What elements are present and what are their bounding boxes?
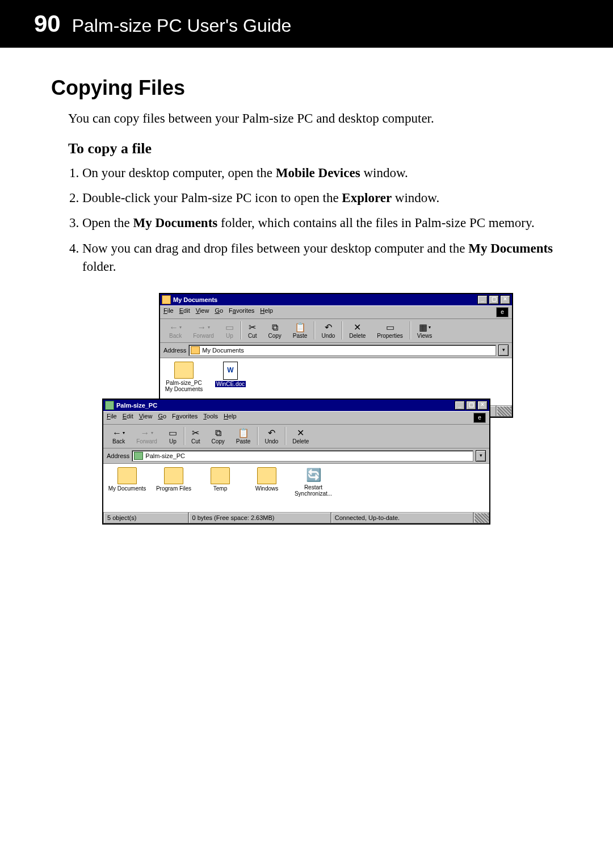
throbber-icon: e (473, 413, 486, 423)
views-button[interactable]: ▦▾Views (412, 321, 438, 340)
throbber-icon: e (496, 307, 509, 317)
titlebar[interactable]: My Documents _ ▢ × (160, 294, 512, 305)
minimize-button[interactable]: _ (455, 401, 465, 410)
undo-button[interactable]: ↶Undo (259, 427, 284, 446)
address-input[interactable]: Palm-size_PC (132, 450, 473, 462)
forward-button[interactable]: →▾Forward (187, 321, 220, 340)
back-button[interactable]: ←▾Back (107, 427, 131, 446)
menu-go[interactable]: Go (215, 307, 223, 317)
up-label: Up (226, 333, 233, 339)
undo-label: Undo (264, 438, 278, 445)
undo-button[interactable]: ↶Undo (316, 321, 341, 340)
cut-button[interactable]: ✂Cut (186, 427, 206, 446)
menu-go[interactable]: Go (158, 413, 166, 423)
copy-label: Copy (268, 333, 281, 339)
sync-icon: 🔄 (304, 467, 322, 483)
cut-button[interactable]: ✂Cut (242, 321, 263, 340)
cut-icon: ✂ (192, 428, 199, 438)
menu-edit[interactable]: Edit (123, 413, 133, 423)
undo-icon: ↶ (325, 322, 332, 333)
file-view[interactable]: My Documents Program Files Temp Windows (103, 464, 489, 511)
toolbar-separator (241, 321, 241, 339)
delete-button[interactable]: ✕Delete (287, 427, 314, 446)
steps-list: On your desktop computer, open the Mobil… (68, 164, 562, 276)
up-button[interactable]: ▭Up (163, 427, 183, 446)
menu-help[interactable]: Help (224, 413, 237, 423)
figure-stack: My Documents _ ▢ × File Edit View Go Fav… (102, 293, 511, 554)
delete-button[interactable]: ✕Delete (343, 321, 371, 340)
file-item-folder[interactable]: Windows (247, 467, 286, 492)
titlebar[interactable]: Palm-size_PC _ ▢ × (103, 400, 489, 411)
forward-button[interactable]: →▾Forward (131, 427, 163, 446)
delete-icon: ✕ (354, 322, 361, 333)
status-connection: Connected, Up-to-date. (331, 512, 473, 523)
menu-view[interactable]: View (139, 413, 153, 423)
properties-button[interactable]: ▭Properties (371, 321, 409, 340)
subsection-title: To copy a file (68, 140, 562, 157)
address-dropdown[interactable]: ▾ (476, 450, 486, 462)
step-2-post: window. (392, 191, 439, 205)
resize-grip[interactable] (473, 512, 489, 523)
file-item-folder[interactable]: Program Files (154, 467, 193, 492)
device-icon (134, 452, 143, 460)
menu-file[interactable]: File (163, 307, 174, 317)
maximize-button[interactable]: ▢ (489, 295, 499, 304)
paste-button[interactable]: 📋Paste (230, 427, 257, 446)
step-2: Double-click your Palm-size PC icon to o… (82, 189, 562, 207)
menu-edit[interactable]: Edit (179, 307, 190, 317)
close-button[interactable]: × (500, 295, 510, 304)
toolbar-separator (342, 321, 342, 339)
resize-grip[interactable] (496, 405, 512, 417)
step-3-pre: Open the (82, 216, 133, 230)
menu-favorites[interactable]: Favorites (229, 307, 254, 317)
copy-label: Copy (211, 438, 224, 445)
file-label: Windows (255, 485, 279, 492)
cut-label: Cut (191, 438, 200, 445)
back-button[interactable]: ←▾Back (163, 321, 187, 340)
address-dropdown[interactable]: ▾ (498, 345, 509, 356)
folder-icon (117, 467, 137, 484)
paste-button[interactable]: 📋Paste (287, 321, 313, 340)
back-icon: ← (169, 322, 178, 333)
menu-file[interactable]: File (107, 413, 117, 423)
address-input[interactable]: My Documents (188, 345, 496, 356)
file-item-doc-selected[interactable]: WinCE.doc (211, 362, 250, 387)
copy-icon: ⧉ (272, 322, 278, 333)
address-value: My Documents (202, 347, 243, 354)
copy-button[interactable]: ⧉Copy (262, 321, 287, 340)
file-label: Temp (213, 485, 227, 492)
up-button[interactable]: ▭Up (220, 321, 240, 340)
up-label: Up (169, 438, 177, 445)
folder-icon (162, 295, 171, 304)
forward-label: Forward (193, 333, 214, 339)
menu-view[interactable]: View (196, 307, 209, 317)
folder-icon (211, 467, 230, 484)
step-4: Now you can drag and drop files between … (82, 240, 562, 276)
chevron-down-icon: ▾ (151, 430, 153, 435)
file-view[interactable]: Palm-size_PC My Documents WinCE.doc (160, 358, 512, 405)
minimize-button[interactable]: _ (477, 295, 488, 304)
menu-tools[interactable]: Tools (203, 413, 218, 423)
forward-icon: → (141, 428, 150, 438)
page-header: 90 Palm-size PC User's Guide (0, 0, 613, 48)
chevron-down-icon: ▾ (429, 325, 431, 330)
word-doc-icon (223, 362, 238, 380)
file-item-folder[interactable]: My Documents (108, 467, 146, 492)
window-title: Palm-size_PC (116, 402, 455, 409)
address-bar: Address My Documents ▾ (160, 343, 512, 358)
menu-help[interactable]: Help (260, 307, 273, 317)
maximize-button[interactable]: ▢ (466, 401, 476, 410)
step-2-bold: Explorer (342, 191, 392, 205)
copy-button[interactable]: ⧉Copy (205, 427, 230, 446)
menu-favorites[interactable]: Favorites (172, 413, 198, 423)
file-item-shortcut[interactable]: 🔄 Restart Synchronizat... (294, 467, 333, 497)
step-3: Open the My Documents folder, which cont… (82, 214, 562, 232)
file-item-folder[interactable]: Palm-size_PC My Documents (165, 362, 203, 392)
cut-icon: ✂ (249, 322, 256, 333)
file-item-folder[interactable]: Temp (201, 467, 240, 492)
address-label: Address (107, 452, 129, 459)
undo-icon: ↶ (268, 428, 275, 438)
chevron-down-icon: ▾ (123, 430, 125, 435)
close-button[interactable]: × (477, 401, 488, 410)
up-icon: ▭ (169, 428, 177, 438)
